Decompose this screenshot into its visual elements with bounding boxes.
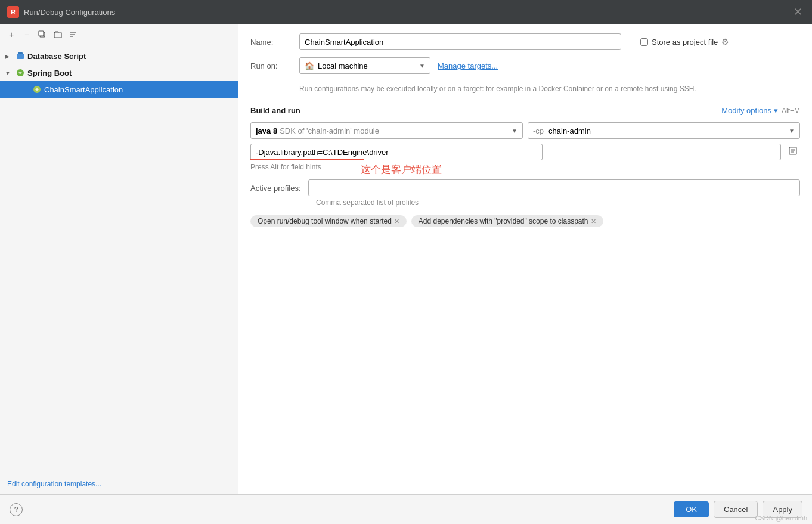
chain-app-label: ChainSmartApplication (44, 85, 123, 94)
sidebar-toolbar: + − (0, 24, 238, 45)
sdk-row: java 8 SDK of 'chain-admin' module ▼ -cp… (250, 122, 800, 139)
spring-boot-icon (16, 68, 25, 77)
build-run-title: Build and run (250, 106, 300, 115)
run-hint-text: Run configurations may be executed local… (250, 81, 800, 101)
copy-config-button[interactable] (36, 28, 49, 41)
svg-rect-6 (18, 52, 23, 54)
run-on-dropdown[interactable]: 🏠 Local machine ▼ (299, 57, 430, 74)
remove-config-button[interactable]: − (20, 28, 33, 41)
home-icon: 🏠 (305, 61, 314, 70)
tag-label-add-dependencies: Add dependencies with "provided" scope t… (419, 217, 588, 225)
cp-value-label: chain-admin (548, 126, 591, 135)
name-input[interactable] (299, 33, 621, 50)
no-chevron: ▶ (21, 86, 30, 93)
main-content: + − ▶ Database Script ▼ (0, 24, 812, 494)
cp-chevron-icon: ▼ (789, 128, 795, 134)
app-logo-icon: R (7, 6, 19, 18)
add-config-button[interactable]: + (5, 28, 18, 41)
tag-add-dependencies: Add dependencies with "provided" scope t… (411, 215, 603, 227)
tag-open-run-debug: Open run/debug tool window when started … (250, 215, 407, 227)
edit-templates-link[interactable]: Edit configuration templates... (7, 480, 101, 488)
store-project-label: Store as project file (652, 38, 718, 46)
local-machine-label: Local machine (318, 61, 368, 70)
ok-button[interactable]: OK (674, 501, 709, 517)
manage-targets-link[interactable]: Manage targets... (438, 61, 498, 70)
sdk-detail-label: SDK of 'chain-admin' module (280, 126, 379, 135)
tag-label-open-run-debug: Open run/debug tool window when started (258, 217, 392, 225)
profiles-hint: Comma separated list of profiles (316, 199, 800, 207)
config-tree: ▶ Database Script ▼ Spring Boot ▶ (0, 45, 238, 473)
sdk-dropdown[interactable]: java 8 SDK of 'chain-admin' module ▼ (250, 122, 523, 139)
bottom-bar: ? OK Cancel Apply CSDN @henulmh (0, 494, 812, 524)
sdk-version-label: java 8 (256, 126, 277, 135)
arrow-annotation (238, 201, 250, 237)
cancel-button[interactable]: Cancel (714, 501, 758, 518)
vm-options-row: 这个是客户端位置 (250, 144, 800, 160)
move-to-folder-button[interactable] (51, 28, 64, 41)
name-label: Name: (250, 38, 292, 46)
sidebar-item-spring-boot[interactable]: ▼ Spring Boot (0, 64, 238, 81)
tags-row: Open run/debug tool window when started … (250, 215, 800, 227)
vm-options-input[interactable] (250, 144, 543, 160)
modify-options-button[interactable]: Modify options ▾ (721, 106, 778, 115)
dialog-title: Run/Debug Configurations (24, 8, 115, 17)
store-as-project-checkbox[interactable] (640, 38, 648, 46)
close-button[interactable]: ✕ (791, 5, 805, 19)
vm-field-wrapper (250, 144, 361, 160)
active-profiles-input[interactable] (308, 179, 800, 196)
sort-configs-button[interactable] (67, 28, 80, 41)
sidebar: + − ▶ Database Script ▼ (0, 24, 238, 494)
right-panel: Name: Store as project file ⚙ Run on: 🏠 … (238, 24, 812, 494)
database-script-label: Database Script (27, 52, 86, 61)
cp-dropdown[interactable]: -cp chain-admin ▼ (528, 122, 800, 139)
sidebar-bottom: Edit configuration templates... (0, 473, 238, 494)
store-settings-gear-icon[interactable]: ⚙ (721, 37, 729, 46)
store-project-row: Store as project file ⚙ (640, 37, 729, 46)
svg-rect-5 (17, 54, 24, 59)
csdn-watermark: CSDN @henulmh (755, 514, 807, 522)
title-bar-left: R Run/Debug Configurations (7, 6, 115, 18)
modify-options-area: Modify options ▾ Alt+M (721, 106, 800, 115)
name-row: Name: Store as project file ⚙ (250, 33, 800, 50)
spring-boot-label: Spring Boot (27, 69, 72, 77)
build-run-section-header: Build and run Modify options ▾ Alt+M (250, 106, 800, 115)
tag-close-open-run-debug[interactable]: ✕ (394, 218, 399, 225)
sdk-chevron-icon: ▼ (512, 128, 517, 134)
sidebar-item-chain-smart-app[interactable]: ▶ ChainSmartApplication (0, 81, 238, 98)
sidebar-item-database-script[interactable]: ▶ Database Script (0, 48, 238, 64)
database-script-icon (16, 51, 25, 61)
modify-options-shortcut: Alt+M (782, 107, 800, 115)
svg-rect-1 (39, 31, 44, 36)
chevron-right-icon: ▶ (5, 53, 13, 60)
run-on-chevron-icon: ▼ (419, 63, 425, 69)
title-bar: R Run/Debug Configurations ✕ (0, 0, 812, 24)
cp-label: -cp (533, 126, 544, 135)
chevron-down-icon: ▼ (5, 70, 13, 76)
active-profiles-label: Active profiles: (250, 184, 301, 193)
press-alt-hint: Press Alt for field hints (250, 163, 800, 171)
main-class-expand-btn[interactable] (786, 144, 800, 158)
active-profiles-row: Active profiles: (250, 179, 800, 196)
chain-app-icon (32, 85, 42, 94)
red-underline-decoration (250, 159, 364, 160)
run-on-row: Run on: 🏠 Local machine ▼ Manage targets… (250, 57, 800, 74)
tag-close-add-dependencies[interactable]: ✕ (591, 218, 596, 225)
help-button[interactable]: ? (10, 503, 23, 516)
run-on-label: Run on: (250, 61, 292, 70)
